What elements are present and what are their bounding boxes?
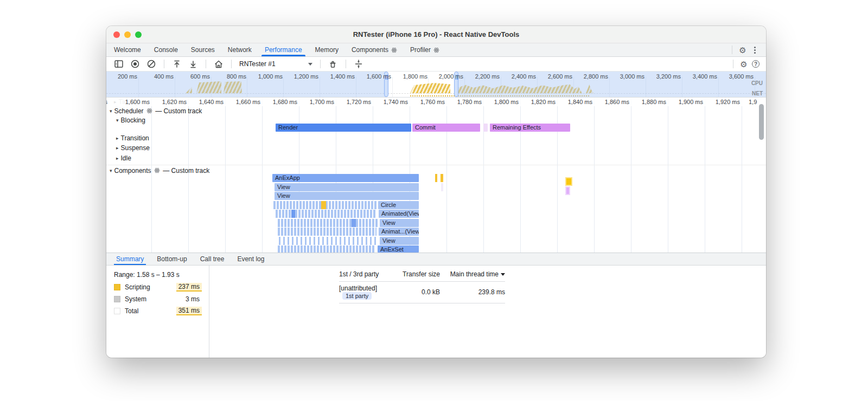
flame-bar-render[interactable]: Render (276, 124, 411, 132)
component-micro-bars[interactable] (278, 228, 376, 236)
col-transfer-size[interactable]: Transfer size (383, 270, 440, 278)
flame-bar-remaining-effects[interactable]: Remaining Effects (490, 124, 570, 132)
component-bar[interactable]: AnExApp (272, 174, 419, 182)
sort-desc-icon (501, 273, 505, 276)
flame-gridlines (151, 98, 766, 253)
track-blocking[interactable]: ▾Blocking (116, 117, 145, 124)
component-micro-bars[interactable] (278, 219, 378, 227)
track-transition[interactable]: ▸Transition (116, 134, 149, 142)
react-atom-icon (391, 47, 397, 53)
react-atom-icon (433, 47, 439, 53)
component-bar[interactable]: View (380, 219, 419, 227)
desktop: RNTester (iPhone 16 Pro) - React Native … (0, 0, 868, 401)
divider (346, 60, 346, 68)
divider (206, 60, 206, 68)
party-name: [unattributed]1st party (339, 284, 383, 300)
cpu-label: CPU (751, 80, 763, 86)
save-profile-icon[interactable] (187, 58, 200, 70)
devtools-window: RNTester (iPhone 16 Pro) - React Native … (106, 26, 766, 358)
divider (209, 266, 209, 358)
component-bar[interactable]: Animat...(View) (379, 228, 419, 236)
flame-bar-sliver[interactable] (483, 124, 488, 132)
component-bar[interactable]: Animated(View) (379, 210, 419, 218)
tab-profiler[interactable]: Profiler (404, 43, 446, 56)
flame-ruler: s 1,600 ms 1,620 ms 1,640 ms 1,660 ms 1,… (106, 98, 766, 106)
settings-icon[interactable]: ⚙ (737, 44, 749, 56)
load-profile-icon[interactable] (170, 58, 183, 70)
capture-settings-icon[interactable]: ⚙ (738, 58, 750, 70)
track-components[interactable]: ▾Components — Custom track (110, 167, 209, 174)
track-idle[interactable]: ▸Idle (116, 154, 131, 162)
component-micro-bar-scripting[interactable] (321, 201, 326, 209)
component-bar[interactable]: View (380, 237, 419, 245)
tab-components[interactable]: Components (345, 43, 404, 56)
track-suspense[interactable]: ▸Suspense (116, 144, 150, 152)
first-party-chip: 1st party (342, 292, 372, 300)
collect-garbage-icon[interactable] (327, 58, 340, 70)
toggle-sidebar-icon[interactable] (112, 58, 125, 70)
legend-row-system: System 3 ms (114, 294, 202, 304)
tab-memory[interactable]: Memory (309, 43, 345, 56)
component-micro-bars[interactable] (276, 210, 376, 218)
expand-collapse-tracks-icon[interactable] (352, 58, 365, 70)
home-icon[interactable] (212, 58, 225, 70)
divider (164, 60, 164, 68)
track-scheduler[interactable]: ▾Scheduler — Custom track (110, 107, 202, 115)
flame-bar-commit[interactable]: Commit (412, 124, 480, 132)
tab-sources[interactable]: Sources (184, 43, 221, 56)
legend-row-scripting: Scripting 237 ms (114, 282, 202, 292)
help-icon[interactable]: ? (750, 58, 762, 70)
total-value: 351 ms (176, 307, 202, 315)
component-bar[interactable]: View (275, 192, 419, 200)
target-select[interactable]: RNTester #1 (236, 59, 316, 69)
component-micro-bar-scripting[interactable] (435, 174, 437, 182)
system-swatch (114, 296, 120, 302)
titlebar: RNTester (iPhone 16 Pro) - React Native … (106, 26, 766, 43)
divider (231, 60, 232, 68)
component-micro-bars[interactable] (279, 237, 376, 245)
timeline-overview[interactable]: 200 ms 400 ms 600 ms 800 ms 1,000 ms 1,2… (106, 72, 766, 98)
effects-block[interactable] (565, 186, 570, 195)
col-main-thread-time[interactable]: Main thread time (440, 270, 505, 278)
party-table: 1st / 3rd party Transfer size Main threa… (339, 269, 505, 303)
main-thread-time-value: 239.8 ms (440, 288, 505, 296)
transfer-size-value: 0.0 kB (383, 288, 440, 296)
total-swatch (114, 308, 120, 314)
devtools-tab-bar: Welcome Console Sources Network Performa… (106, 43, 766, 57)
component-micro-bar-selected[interactable] (291, 210, 295, 218)
scripting-swatch (114, 284, 120, 290)
range-label: Range: 1.58 s – 1.93 s (114, 271, 180, 279)
component-bar[interactable]: AnExSet (378, 245, 419, 253)
component-bar[interactable]: Circle (378, 201, 419, 209)
scripting-value: 237 ms (176, 283, 202, 292)
flame-chart[interactable]: ▸Timings s 1,600 ms 1,620 ms 1,640 ms 1,… (106, 98, 766, 253)
legend-row-total: Total 351 ms (114, 306, 202, 316)
system-value: 3 ms (183, 295, 202, 303)
clear-icon[interactable] (145, 58, 158, 70)
scripting-block[interactable] (565, 177, 572, 186)
tab-event-log[interactable]: Event log (231, 253, 271, 265)
details-tab-bar: Summary Bottom-up Call tree Event log (106, 253, 766, 266)
tab-network[interactable]: Network (221, 43, 258, 56)
component-micro-bars[interactable] (278, 245, 375, 253)
tab-performance[interactable]: Performance (258, 43, 309, 56)
tab-welcome[interactable]: Welcome (107, 43, 148, 56)
component-micro-bar-selected[interactable] (352, 219, 356, 227)
record-icon[interactable] (129, 58, 142, 70)
divider (320, 60, 321, 68)
tab-console[interactable]: Console (148, 43, 184, 56)
col-party: 1st / 3rd party (339, 270, 383, 278)
component-micro-bar-scripting[interactable] (441, 174, 443, 182)
divider (733, 60, 733, 68)
window-title: RNTester (iPhone 16 Pro) - React Native … (106, 26, 766, 43)
vertical-scrollbar[interactable] (759, 104, 764, 140)
component-bar[interactable]: View (275, 183, 419, 191)
react-atom-icon (146, 108, 152, 114)
component-micro-bar-faint[interactable] (441, 183, 443, 191)
tab-summary[interactable]: Summary (110, 253, 150, 265)
divider (732, 46, 732, 54)
table-row[interactable]: [unattributed]1st party 0.0 kB 239.8 ms (339, 282, 505, 303)
tab-call-tree[interactable]: Call tree (194, 253, 231, 265)
more-options-icon[interactable] (749, 44, 761, 56)
tab-bottom-up[interactable]: Bottom-up (150, 253, 193, 265)
